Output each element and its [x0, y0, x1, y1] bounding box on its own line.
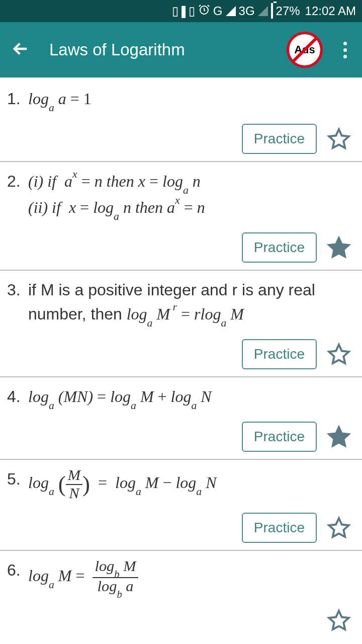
signal-icon [226, 6, 236, 16]
vibrate-icon: ▯❚▯ [172, 4, 195, 18]
favorite-star-icon[interactable] [327, 235, 351, 260]
list-item: 5. loga (MN) = loga M − loga N Practice [0, 460, 362, 551]
favorite-star-icon[interactable] [327, 127, 351, 151]
formula: (i) if ax = n then x = loga n (ii) if x … [28, 169, 205, 221]
item-number: 4. [7, 384, 28, 409]
favorite-star-icon[interactable] [327, 516, 351, 540]
network-3g: 3G [239, 4, 255, 18]
status-bar: ▯❚▯ G 3G 27% 12:02 AM [0, 0, 362, 22]
favorite-star-icon[interactable] [327, 425, 351, 449]
formula: loga (MN) = loga M − loga N [28, 467, 217, 502]
list-item: 1. loga a = 1 Practice [0, 79, 362, 162]
formula: loga M = logb Mlogb a [28, 558, 138, 597]
formula: loga a = 1 [28, 87, 92, 113]
practice-button[interactable]: Practice [242, 339, 317, 369]
favorite-star-icon[interactable] [327, 608, 351, 632]
item-number: 5. [7, 467, 28, 491]
list-item: 6. loga M = logb Mlogb a [0, 551, 362, 639]
status-icons: ▯❚▯ G 3G 27% 12:02 AM [172, 4, 356, 19]
app-bar: Laws of Logarithm Ads [0, 22, 362, 77]
item-number: 1. [7, 87, 28, 111]
favorite-star-icon[interactable] [327, 342, 351, 366]
battery-percent: 27% [276, 4, 300, 18]
item-number: 6. [7, 558, 28, 582]
overflow-menu-icon[interactable] [338, 42, 352, 58]
back-icon[interactable] [10, 38, 31, 61]
signal-icon-2 [258, 6, 268, 16]
content-list: 1. loga a = 1 Practice 2. (i) if ax = n … [0, 77, 362, 639]
formula: if M is a positive integer and r is any … [28, 278, 355, 328]
practice-button[interactable]: Practice [242, 232, 317, 263]
list-item: 3. if M is a positive integer and r is a… [0, 271, 362, 377]
list-item: 4. loga (MN) = loga M + loga N Practice [0, 377, 362, 460]
no-ads-button[interactable]: Ads [289, 34, 320, 65]
battery-icon [271, 4, 273, 18]
network-type-icon: G [213, 4, 223, 18]
practice-button[interactable]: Practice [242, 124, 317, 154]
page-title: Laws of Logarithm [49, 40, 271, 59]
practice-button[interactable]: Practice [242, 422, 317, 452]
list-item: 2. (i) if ax = n then x = loga n (ii) if… [0, 162, 362, 271]
practice-button[interactable]: Practice [242, 513, 317, 543]
alarm-icon [198, 4, 210, 19]
item-number: 3. [7, 278, 28, 302]
item-number: 2. [7, 169, 28, 193]
formula: loga (MN) = loga M + loga N [28, 384, 212, 411]
clock-time: 12:02 AM [305, 4, 356, 18]
